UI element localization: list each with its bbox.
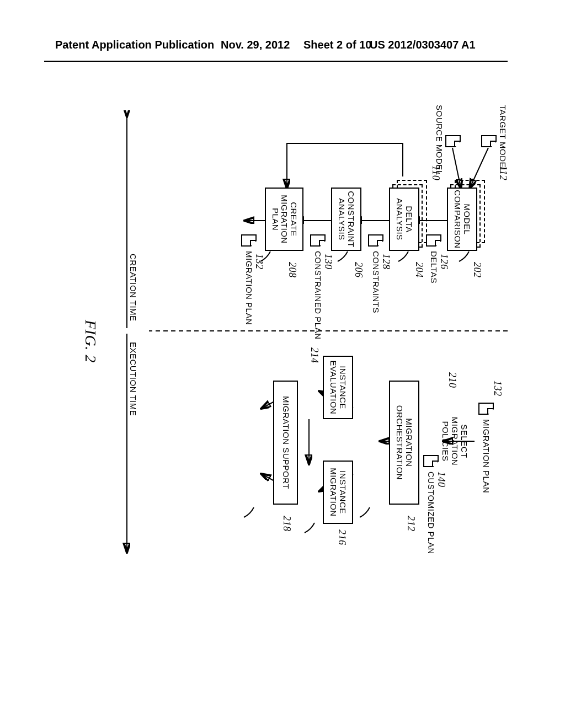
- ref-130: 130: [322, 254, 334, 270]
- constraints-icon: [368, 234, 383, 247]
- ref-210: 210: [446, 372, 458, 388]
- ref-204: 204: [413, 262, 425, 278]
- delta-analysis-box: DELTA ANALYSIS: [389, 188, 419, 251]
- execution-time-label: EXECUTION TIME: [129, 342, 138, 416]
- migration-plan-label: MIGRATION PLAN: [244, 251, 254, 325]
- figure-number: FIG. 2: [82, 320, 99, 363]
- create-migration-plan-box: CREATE MIGRATION PLAN: [265, 188, 303, 251]
- source-model-label: SOURCE MODEL: [435, 105, 444, 175]
- target-model-icon: [481, 135, 497, 147]
- ref-214: 214: [308, 347, 320, 363]
- customized-plan-label: CUSTOMIZED PLAN: [427, 472, 436, 554]
- customized-plan-icon: [423, 455, 439, 467]
- ref-202: 202: [471, 262, 483, 278]
- deltas-label: DELTAS: [429, 251, 439, 283]
- constraint-analysis-box: CONSTRAINT ANALYSIS: [331, 188, 361, 251]
- ref-112: 112: [497, 165, 509, 180]
- migration-support-label: MIGRATION SUPPORT: [281, 396, 290, 489]
- migration-orchestration-box: MIGRATION ORCHESTRATION: [389, 381, 419, 505]
- instance-migration-label: INSTANCE MIGRATION: [329, 468, 347, 516]
- ref-132: 132: [253, 254, 265, 270]
- header-pubno: US 2012/0303407 A1: [370, 39, 476, 51]
- header-left: Patent Application Publication: [55, 39, 214, 51]
- ref-208: 208: [286, 262, 298, 278]
- constraint-analysis-label: CONSTRAINT ANALYSIS: [337, 191, 355, 248]
- constrained-plan-label: CONSTRAINED PLAN: [313, 251, 323, 340]
- delta-analysis-label: DELTA ANALYSIS: [395, 198, 413, 240]
- migration-orchestration-label: MIGRATION ORCHESTRATION: [395, 405, 413, 480]
- select-migration-policies-label: SELECT MIGRATION POLICIES: [441, 416, 469, 466]
- header-sheet: Sheet 2 of 10: [303, 39, 371, 51]
- constrained-plan-icon: [310, 234, 326, 247]
- migration-plan-top-icon: [478, 403, 494, 415]
- figure-stage: TARGET MODEL 112 SOURCE MODEL 110 MODEL …: [11, 110, 508, 563]
- model-comparison-box: MODEL COMPARISON: [447, 188, 477, 251]
- header-date: Nov. 29, 2012: [221, 39, 290, 51]
- instance-migration-box: INSTANCE MIGRATION: [323, 461, 353, 524]
- ref-110: 110: [430, 165, 441, 180]
- creation-time-label: CREATION TIME: [129, 254, 138, 322]
- migration-plan-icon: [241, 234, 257, 247]
- migration-plan-top-label: MIGRATION PLAN: [482, 419, 491, 493]
- instance-evaluation-box: INSTANCE EVALUATION: [323, 356, 353, 419]
- ref-216: 216: [336, 529, 348, 545]
- source-model-icon: [445, 135, 461, 147]
- instance-evaluation-label: INSTANCE EVALUATION: [329, 361, 347, 415]
- ref-218: 218: [281, 516, 292, 532]
- migration-support-box: MIGRATION SUPPORT: [273, 381, 298, 505]
- ref-140: 140: [435, 472, 447, 488]
- model-comparison-label: MODEL COMPARISON: [453, 190, 471, 248]
- ref-212: 212: [405, 516, 417, 532]
- ref-128: 128: [380, 254, 392, 270]
- ref-126: 126: [438, 254, 450, 270]
- deltas-icon: [426, 234, 441, 247]
- ref-132b: 132: [492, 381, 503, 397]
- create-migration-plan-label: CREATE MIGRATION PLAN: [270, 195, 298, 243]
- ref-206: 206: [353, 262, 364, 278]
- header-rule: [44, 61, 508, 62]
- target-model-label: TARGET MODEL: [498, 105, 508, 173]
- constraints-label: CONSTRAINTS: [371, 251, 381, 313]
